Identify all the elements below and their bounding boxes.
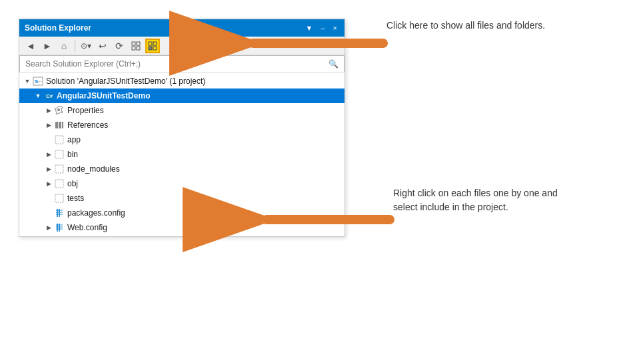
webconfig-icon [54, 222, 65, 233]
tree-item-obj[interactable]: obj [19, 176, 344, 191]
node-modules-label: node_modules [67, 164, 120, 174]
obj-icon [54, 178, 65, 189]
toolbar: ◄ ► ⌂ ⊙▾ ↩ ⟳ [19, 37, 344, 55]
tree-item-packages[interactable]: packages.config [19, 206, 344, 220]
expand-arrow-solution[interactable] [22, 76, 33, 87]
tree-item-solution[interactable]: S ← Solution 'AngularJSUnitTestDemo' (1 … [19, 74, 344, 89]
app-icon [54, 134, 65, 145]
svg-rect-4 [149, 42, 152, 45]
svg-rect-15 [59, 122, 61, 128]
project-label: AngularJSUnitTestDemo [57, 91, 150, 100]
tree-item-tests[interactable]: tests [19, 191, 344, 206]
svg-rect-20 [55, 180, 63, 188]
expand-arrow-node-modules[interactable] [43, 164, 54, 174]
expand-arrow-references[interactable] [43, 120, 54, 130]
svg-point-13 [57, 108, 60, 111]
title-close-btn[interactable]: × [331, 24, 339, 32]
tree-item-properties[interactable]: Properties [19, 103, 344, 118]
svg-rect-17 [55, 136, 63, 144]
tree-item-node-modules[interactable]: node_modules [19, 162, 344, 176]
solution-explorer-panel: Solution Explorer ▼ – × ◄ ► ⌂ ⊙▾ ↩ ⟳ [19, 19, 345, 237]
collapse-button[interactable] [129, 39, 143, 53]
svg-rect-6 [149, 47, 152, 50]
bin-icon [54, 149, 65, 160]
sync-button[interactable]: ⊙▾ [79, 39, 93, 53]
title-bar-left: Solution Explorer [25, 23, 91, 33]
svg-rect-14 [55, 122, 58, 128]
expand-arrow-project[interactable] [33, 91, 43, 101]
properties-icon [54, 105, 65, 116]
annotation-top: Click here to show all files and folders… [386, 19, 553, 33]
panel-title: Solution Explorer [25, 23, 91, 33]
tree-item-webconfig[interactable]: Web.config [19, 220, 344, 235]
project-icon: C# [43, 91, 54, 101]
packages-icon [54, 208, 65, 218]
bin-label: bin [67, 150, 78, 159]
annotation-middle-text: Right click on each files one by one and… [393, 188, 558, 212]
svg-rect-21 [55, 194, 63, 202]
undo-button[interactable]: ↩ [95, 39, 110, 53]
solution-label: Solution 'AngularJSUnitTestDemo' (1 proj… [46, 77, 205, 86]
annotation-middle: Right click on each files one by one and… [393, 186, 566, 214]
svg-rect-5 [153, 42, 157, 45]
tree-item-bin[interactable]: bin [19, 147, 344, 162]
forward-button[interactable]: ► [40, 39, 55, 53]
solution-icon: S ← [33, 76, 43, 87]
svg-text:←: ← [37, 79, 43, 85]
search-input[interactable] [25, 59, 328, 69]
refresh-button[interactable]: ⟳ [112, 39, 127, 53]
expand-arrow-webconfig[interactable] [43, 222, 54, 233]
svg-rect-3 [137, 47, 140, 50]
expand-arrow-properties[interactable] [43, 105, 54, 116]
title-dock-btn[interactable]: – [318, 24, 326, 32]
search-icon: 🔍 [328, 59, 338, 69]
annotation-top-text: Click here to show all files and folders… [386, 20, 545, 31]
home-button[interactable]: ⌂ [57, 39, 71, 53]
tree-item-project[interactable]: C# AngularJSUnitTestDemo [19, 89, 344, 103]
svg-rect-1 [137, 42, 140, 45]
svg-rect-18 [55, 150, 63, 158]
toolbar-separator-1 [75, 40, 75, 52]
tests-icon [54, 193, 65, 204]
app-label: app [67, 135, 81, 144]
svg-rect-2 [132, 47, 135, 50]
tree-area: S ← Solution 'AngularJSUnitTestDemo' (1 … [19, 73, 344, 236]
svg-rect-0 [132, 42, 135, 45]
title-bar: Solution Explorer ▼ – × [19, 19, 344, 37]
title-bar-right: ▼ – × [304, 24, 339, 32]
tree-item-app[interactable]: app [19, 132, 344, 147]
title-pin-btn[interactable]: ▼ [304, 24, 315, 32]
svg-text:C#: C# [46, 93, 53, 99]
show-all-files-button[interactable] [145, 39, 160, 53]
svg-rect-19 [55, 165, 63, 173]
expand-arrow-bin[interactable] [43, 149, 54, 160]
search-bar[interactable]: 🔍 [19, 55, 344, 73]
packages-label: packages.config [67, 208, 125, 218]
webconfig-label: Web.config [67, 223, 107, 232]
expand-arrow-obj[interactable] [43, 178, 54, 189]
references-label: References [67, 120, 108, 130]
svg-rect-7 [153, 47, 157, 50]
svg-rect-16 [62, 122, 63, 128]
properties-label: Properties [67, 106, 104, 115]
tests-label: tests [67, 194, 84, 203]
obj-label: obj [67, 179, 78, 188]
tree-item-references[interactable]: References [19, 118, 344, 132]
back-button[interactable]: ◄ [23, 39, 38, 53]
references-icon [54, 120, 65, 130]
node-modules-icon [54, 164, 65, 174]
